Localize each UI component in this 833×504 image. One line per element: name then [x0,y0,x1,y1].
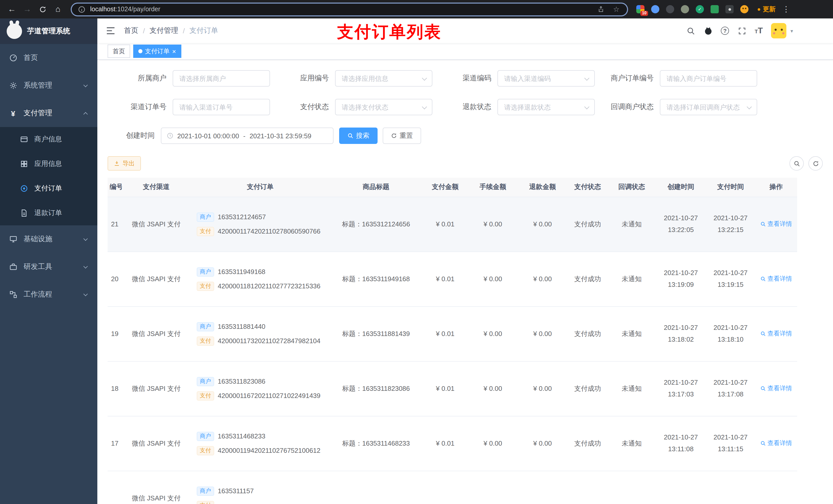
breadcrumb-current: 支付订单 [190,26,218,35]
sidebar-item-payment[interactable]: ¥ 支付管理 [0,99,97,127]
github-icon[interactable] [704,26,713,35]
filter-notify-status: 回调商户状态 [595,99,757,115]
share-icon[interactable] [596,5,605,14]
table-tools [789,156,823,171]
cell-refund [518,471,568,504]
sidebar-item-pay-order[interactable]: 支付订单 [0,176,97,201]
merchant-order-no: 1635311881440 [218,323,265,330]
sidebar-item-dev-tools[interactable]: 研发工具 [0,253,97,281]
sidebar-item-workflow[interactable]: 工作流程 [0,281,97,308]
pay-badge: 支付 [197,446,214,455]
filter-create-time: 创建时间 2021-10-01 00:00:00 - 2021-10-31 23… [108,127,334,144]
ext-badge: 10 [640,11,648,16]
date-end: 2021-10-31 23:59:59 [249,132,311,140]
site-info-icon[interactable] [78,5,86,13]
cell-title: 标题：1635311468233 [330,416,422,471]
cell-pay-time [706,471,755,504]
browser-home-icon[interactable]: ⌂ [51,3,65,16]
sidebar-item-refund-order[interactable]: 退款订单 [0,201,97,225]
notify-status-select[interactable] [660,99,757,115]
sidebar-item-label: 商户信息 [34,135,89,144]
view-detail-link[interactable]: 查看详情 [760,274,792,283]
sidebar-item-label: 基础设施 [24,235,78,244]
ext-pin-icon[interactable] [725,5,734,13]
close-icon[interactable]: × [172,48,176,54]
bookmark-star-icon[interactable]: ☆ [612,5,621,14]
breadcrumb-pay-mgmt[interactable]: 支付管理 [149,26,178,35]
reset-button[interactable]: 重置 [383,127,421,144]
ext-drop-icon[interactable] [651,5,659,13]
view-detail-link[interactable]: 查看详情 [760,384,792,393]
user-avatar[interactable] [771,23,786,39]
chrome-update-button[interactable]: 更新 [758,5,776,14]
merchant-order-no-input[interactable] [660,71,757,86]
filter-pay-status: 支付状态 [270,99,432,115]
cell-status: 支付成功 [568,306,608,361]
tab-pay-order[interactable]: 支付订单 × [133,45,181,58]
ext-grid-icon[interactable]: 10 [636,5,644,13]
cell-refund: ¥ 0.00 [518,197,568,251]
sidebar-item-label: 系统管理 [24,81,78,90]
ext-check-icon[interactable]: ✓ [696,5,704,13]
browser-menu-icon[interactable]: ⋮ [782,5,790,14]
cell-actions: 查看详情 [755,197,797,251]
view-detail-link[interactable]: 查看详情 [760,329,792,338]
search-icon[interactable] [686,26,695,35]
merchant-input[interactable] [173,71,269,86]
browser-reload-icon[interactable] [36,3,49,16]
merchant-badge: 商户 [197,432,214,441]
pay-badge: 支付 [197,282,214,291]
sidebar-item-merchant-info[interactable]: 商户信息 [0,127,97,152]
table-header-row: 编号 支付渠道 支付订单 商品标题 支付金额 手续金额 退款金额 支付状态 回调… [108,178,797,197]
search-button[interactable]: 搜索 [339,127,378,144]
table-row: 17 微信 JSAPI 支付 商户1635311468233 支付4200001… [108,416,797,471]
view-detail-link[interactable]: 查看详情 [760,220,792,229]
sidebar-item-system[interactable]: 系统管理 [0,72,97,99]
app-no-select[interactable] [336,71,432,86]
profile-avatar-icon[interactable] [740,5,748,13]
field-label: 商户订单编号 [595,74,660,83]
cell-amount: ¥ 0.01 [422,306,468,361]
chevron-down-icon [84,292,88,296]
filter-channel-code: 渠道编码 [432,70,595,87]
ext-dark-icon[interactable] [666,5,674,13]
chevron-down-icon [84,83,88,87]
address-bar[interactable]: localhost:1024/pay/order ☆ [71,2,628,16]
fullscreen-icon[interactable] [737,26,746,35]
pay-status-select[interactable] [336,99,432,115]
refresh-button[interactable] [808,156,823,171]
sidebar-item-home[interactable]: 首页 [0,44,97,72]
field-label: 渠道编码 [432,74,497,83]
field-label: 退款状态 [432,102,497,112]
cell-id: 19 [108,306,122,361]
view-detail-link[interactable]: 查看详情 [760,439,792,448]
avatar-caret-icon[interactable]: ▾ [790,28,793,33]
sidebar-item-app-info[interactable]: 应用信息 [0,152,97,176]
merchant-order-no: 1635311468233 [218,433,265,439]
cell-channel: 微信 JSAPI 支付 [122,197,191,251]
app-logo[interactable]: 芋道管理系统 [0,19,97,44]
font-size-icon[interactable]: TT [755,26,763,35]
date-range-picker[interactable]: 2021-10-01 00:00:00 - 2021-10-31 23:59:5… [161,127,334,144]
cell-pay-time: 2021-10-2713:22:15 [706,197,755,251]
cell-order: 商户1635311823086 支付4200001167202110271022… [191,361,330,416]
filter-refund-status: 退款状态 [432,99,595,115]
sidebar-item-infra[interactable]: 基础设施 [0,225,97,253]
toggle-search-button[interactable] [789,156,804,171]
help-icon[interactable]: ? [721,27,729,35]
ext-book-icon[interactable] [711,5,719,13]
dashboard-icon [9,53,18,62]
breadcrumb-home[interactable]: 首页 [124,26,138,35]
grid-icon [20,160,28,168]
cell-id: 18 [108,361,122,416]
hamburger-icon[interactable] [105,26,116,36]
channel-code-select[interactable] [498,71,594,86]
browser-back-icon[interactable]: ← [5,3,19,16]
export-button[interactable]: 导出 [108,156,141,171]
ext-olive-icon[interactable] [681,5,689,13]
refund-status-select[interactable] [498,99,594,115]
tab-home[interactable]: 首页 [108,45,130,58]
channel-order-no-input[interactable] [173,99,269,115]
col-status: 支付状态 [568,178,608,197]
browser-forward-icon[interactable]: → [21,3,34,16]
